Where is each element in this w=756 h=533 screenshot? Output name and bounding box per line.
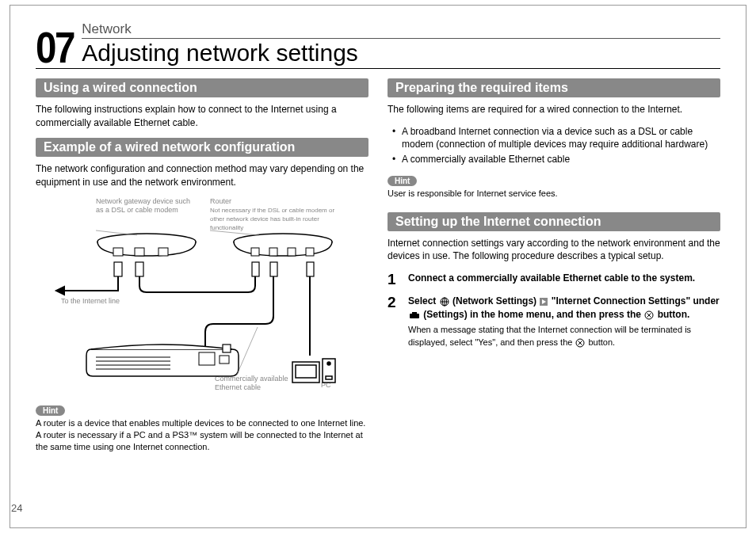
cable-plugs-top (114, 262, 314, 276)
step-number: 2 (388, 295, 400, 348)
router-icon (210, 230, 332, 256)
body-example-intro: The network configuration and connection… (36, 162, 368, 188)
cables (56, 276, 310, 356)
right-column: Preparing the required items The followi… (388, 78, 720, 453)
svg-rect-8 (288, 248, 296, 256)
svg-rect-11 (114, 262, 122, 276)
header-top-row: 07 Network Adjusting network settings (36, 21, 720, 67)
hint-block-fees: Hint User is responsible for Internet se… (388, 173, 720, 200)
settings-icon (409, 311, 420, 319)
cable-label-line (237, 327, 258, 375)
list-item: A commercially available Ethernet cable (395, 153, 720, 166)
step2-text-b: (Network Settings) (450, 295, 540, 306)
hint-text-router: A router is a device that enables multip… (36, 417, 368, 453)
step2-text-c: "Internet Connection Settings" under (548, 295, 719, 306)
hint-block-left: Hint A router is a device that enables m… (36, 402, 368, 453)
svg-rect-24 (296, 365, 316, 378)
svg-rect-9 (306, 248, 314, 256)
arrow-right-icon (540, 298, 548, 306)
svg-marker-16 (56, 287, 64, 295)
chapter-number: 07 (36, 29, 74, 67)
body-preparing: The following items are required for a w… (388, 103, 720, 116)
header-titles: Network Adjusting network settings (82, 21, 720, 67)
step-title: Select (Network Settings) "Internet Conn… (408, 295, 720, 322)
body-setup: Internet connection settings vary accord… (388, 237, 720, 263)
step-2: 2 Select (Network Settings) "Internet Co… (388, 295, 720, 348)
console-icon (86, 345, 239, 376)
page-header: 07 Network Adjusting network settings (36, 21, 720, 69)
step2-note-b: button. (586, 337, 615, 347)
svg-rect-21 (199, 352, 215, 365)
step-body: Select (Network Settings) "Internet Conn… (408, 295, 720, 348)
svg-rect-35 (412, 312, 417, 314)
left-column: Using a wired connection The following i… (36, 78, 368, 453)
list-item: A broadband Internet connection via a de… (395, 125, 720, 152)
step-number: 1 (388, 272, 400, 287)
svg-rect-27 (326, 376, 332, 379)
step-title: Connect a commercially available Etherne… (408, 272, 720, 285)
network-settings-icon (440, 297, 449, 306)
svg-rect-15 (307, 262, 314, 276)
step2-text-e: button. (655, 309, 689, 320)
x-button-icon (575, 338, 585, 348)
step-1: 1 Connect a commercially available Ether… (388, 272, 720, 287)
svg-rect-7 (269, 248, 277, 256)
svg-rect-13 (252, 262, 259, 276)
title-underline (36, 68, 720, 69)
page-frame: 07 Network Adjusting network settings Us… (10, 5, 746, 528)
hint-badge: Hint (36, 405, 65, 416)
modem-icon (96, 230, 196, 256)
svg-rect-3 (158, 248, 168, 256)
step-body: Connect a commercially available Etherne… (408, 272, 720, 287)
svg-rect-22 (220, 356, 229, 364)
svg-rect-2 (135, 248, 144, 256)
page-number: 24 (11, 502, 22, 514)
step-note: When a message stating that the Internet… (408, 324, 720, 348)
hint-text-fees: User is responsible for Internet service… (388, 188, 720, 200)
svg-line-10 (210, 230, 259, 235)
svg-line-4 (96, 230, 137, 235)
hint-badge: Hint (388, 176, 417, 186)
network-diagram: Network gateway device such as a DSL or … (36, 197, 368, 399)
svg-point-26 (327, 362, 330, 365)
section-bar-preparing: Preparing the required items (388, 78, 720, 97)
page-title: Adjusting network settings (82, 40, 720, 67)
section-bar-wired: Using a wired connection (36, 78, 368, 97)
step2-note-a: When a message stating that the Internet… (408, 325, 691, 346)
svg-rect-12 (136, 262, 143, 276)
svg-rect-14 (270, 262, 277, 276)
svg-rect-6 (251, 248, 259, 256)
section-bar-example: Example of a wired network configuration (36, 138, 368, 157)
x-button-icon (644, 310, 654, 320)
chapter-category: Network (82, 21, 720, 39)
content-columns: Using a wired connection The following i… (36, 78, 720, 453)
body-wired-intro: The following instructions explain how t… (36, 103, 368, 129)
step2-text-a: Select (408, 295, 439, 306)
pc-icon (292, 359, 335, 383)
diagram-svg (36, 197, 368, 399)
svg-rect-1 (113, 248, 123, 256)
required-items-list: A broadband Internet connection via a de… (388, 125, 720, 166)
section-bar-setup: Setting up the Internet connection (388, 212, 720, 231)
step2-text-d: (Settings) in the home menu, and then pr… (421, 309, 643, 320)
ps3-plug (223, 345, 231, 352)
